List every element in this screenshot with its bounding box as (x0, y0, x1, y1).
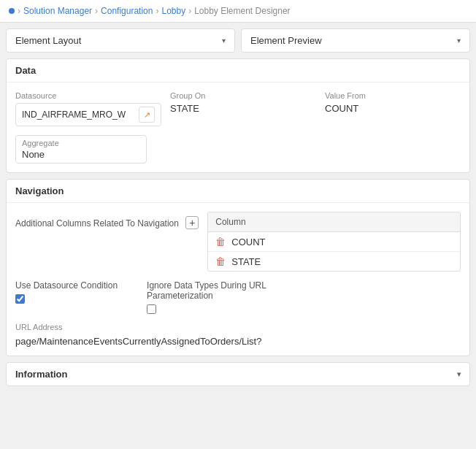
value-from-label: Value From (325, 91, 461, 100)
use-datasource-checkbox[interactable] (15, 294, 25, 304)
table-row: 🗑 STATE (208, 252, 460, 271)
top-panels: Element Layout ▾ Element Preview ▾ (0, 23, 476, 58)
use-datasource-row (15, 293, 118, 304)
datasource-ext-link-button[interactable]: ↗ (139, 107, 155, 123)
aggregate-value: None (22, 149, 140, 160)
ignore-types-row (147, 304, 278, 314)
breadcrumb-configuration[interactable]: Configuration (101, 6, 153, 16)
element-preview-dropdown[interactable]: Element Preview ▾ (241, 28, 470, 53)
aggregate-field: Aggregate None (15, 135, 147, 164)
use-datasource-group: Use Datasource Condition (15, 280, 118, 304)
table-row: 🗑 COUNT (208, 232, 460, 252)
element-preview-chevron: ▾ (457, 37, 461, 45)
element-layout-label: Element Layout (15, 35, 81, 46)
data-fields-row: Datasource IND_AIRFRAME_MRO_W ↗ Group On… (15, 91, 461, 126)
delete-state-button[interactable]: 🗑 (215, 256, 226, 267)
datasource-label: Datasource (15, 91, 161, 100)
url-value: page/MaintenanceEventsCurrentlyAssignedT… (15, 336, 461, 347)
group-on-field-group: Group On STATE (170, 91, 316, 126)
nav-table: Column 🗑 COUNT 🗑 STATE (207, 212, 461, 272)
element-preview-label: Element Preview (250, 35, 322, 46)
content-area: Data Datasource IND_AIRFRAME_MRO_W ↗ Gro… (0, 58, 476, 392)
breadcrumb-dot (9, 8, 15, 14)
data-section: Data Datasource IND_AIRFRAME_MRO_W ↗ Gro… (6, 58, 470, 173)
state-row-value: STATE (231, 256, 261, 267)
ignore-types-label: Ignore Data Types During URL Parameteriz… (147, 280, 278, 301)
navigation-section-header: Navigation (7, 180, 469, 203)
element-layout-dropdown[interactable]: Element Layout ▾ (6, 28, 235, 53)
data-section-header: Data (7, 59, 469, 82)
breadcrumb-lobby[interactable]: Lobby (161, 6, 185, 16)
url-section: URL Address page/MaintenanceEventsCurren… (15, 314, 461, 347)
delete-count-button[interactable]: 🗑 (215, 236, 226, 247)
navigation-section-body: Additional Columns Related To Navigation… (7, 203, 469, 356)
aggregate-label: Aggregate (22, 139, 140, 147)
nav-checkboxes: Use Datasource Condition Ignore Data Typ… (15, 280, 461, 314)
count-row-value: COUNT (231, 237, 265, 247)
breadcrumb: › Solution Manager › Configuration › Lob… (0, 0, 476, 23)
datasource-value: IND_AIRFRAME_MRO_W (22, 110, 134, 120)
datasource-field: IND_AIRFRAME_MRO_W ↗ (15, 103, 161, 126)
breadcrumb-current: Lobby Element Designer (194, 6, 290, 16)
information-chevron[interactable]: ▾ (457, 370, 461, 378)
value-from-field-group: Value From COUNT (325, 91, 461, 126)
use-datasource-label: Use Datasource Condition (15, 280, 118, 291)
nav-columns-row: Additional Columns Related To Navigation… (15, 212, 461, 272)
url-label: URL Address (15, 323, 461, 331)
group-on-label: Group On (170, 91, 316, 100)
ignore-types-group: Ignore Data Types During URL Parameteriz… (147, 280, 278, 314)
nav-label-col: Additional Columns Related To Navigation… (15, 212, 199, 229)
nav-table-header: Column (208, 212, 460, 232)
element-layout-chevron: ▾ (222, 37, 226, 45)
breadcrumb-solution-manager[interactable]: Solution Manager (23, 6, 92, 16)
datasource-field-group: Datasource IND_AIRFRAME_MRO_W ↗ (15, 91, 161, 126)
ignore-types-checkbox[interactable] (147, 304, 156, 314)
navigation-section: Navigation Additional Columns Related To… (6, 179, 470, 356)
information-title: Information (15, 369, 68, 380)
data-section-body: Datasource IND_AIRFRAME_MRO_W ↗ Group On… (7, 82, 469, 172)
add-column-button[interactable]: + (185, 216, 199, 229)
group-on-value: STATE (170, 103, 316, 114)
information-section: Information ▾ (6, 362, 470, 386)
additional-columns-label: Additional Columns Related To Navigation (15, 218, 179, 229)
value-from-value: COUNT (325, 103, 461, 114)
